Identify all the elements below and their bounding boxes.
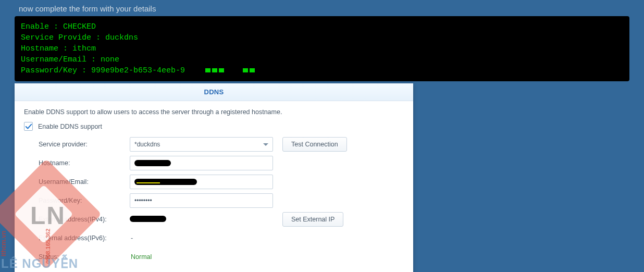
watermark-site: ithcm.vn	[0, 231, 7, 256]
panel-title: DDNS	[15, 83, 413, 101]
terminal-line: Service Provide : duckdns	[21, 32, 623, 43]
chevron-down-icon	[263, 143, 268, 146]
enable-ddns-row[interactable]: Enable DDNS support	[15, 120, 413, 136]
ext-ipv6-label: External address(IPv6):	[39, 234, 130, 242]
panel-description: Enable DDNS support to allow users to ac…	[15, 101, 413, 120]
terminal-cursor-icon	[205, 65, 256, 76]
terminal-block: Enable : CHECKED Service Provide : duckd…	[15, 16, 629, 81]
service-provider-value: *duckdns	[134, 141, 160, 148]
status-value: Normal	[130, 253, 152, 261]
ddns-form: Service provider: *duckdns Test Connecti…	[15, 136, 413, 265]
hostname-input[interactable]	[130, 156, 273, 170]
ddns-panel: DDNS Enable DDNS support to allow users …	[15, 83, 413, 272]
instruction-text: now complete the form with your details	[0, 0, 644, 16]
terminal-line: Username/Email : none	[21, 54, 623, 65]
service-provider-label: Service provider:	[39, 141, 130, 148]
ext-ipv6-value: -	[130, 234, 133, 242]
redaction-icon	[134, 179, 197, 185]
test-connection-button[interactable]: Test Connection	[282, 137, 347, 152]
username-input[interactable]	[130, 175, 273, 189]
password-input[interactable]	[130, 193, 273, 208]
terminal-line: Hostname : ithcm	[21, 43, 623, 54]
password-label: Password/Key:	[39, 197, 130, 204]
redaction-icon	[134, 160, 171, 166]
hostname-label: Hostname:	[39, 159, 130, 167]
enable-ddns-checkbox[interactable]	[24, 122, 33, 131]
username-label: Username/Email:	[39, 178, 130, 186]
check-icon	[25, 123, 32, 130]
ext-ipv4-value	[130, 212, 273, 227]
enable-ddns-label: Enable DDNS support	[38, 123, 102, 130]
redaction-icon	[130, 216, 166, 222]
terminal-line: Password/Key : 999e9be2-b653-4eeb-9	[21, 65, 185, 76]
terminal-line: Enable : CHECKED	[21, 21, 623, 32]
service-provider-select[interactable]: *duckdns	[130, 137, 273, 152]
set-external-ip-button[interactable]: Set External IP	[282, 212, 343, 227]
ext-ipv4-label: External address(IPv4):	[39, 216, 130, 223]
status-label: Status:	[39, 253, 130, 261]
